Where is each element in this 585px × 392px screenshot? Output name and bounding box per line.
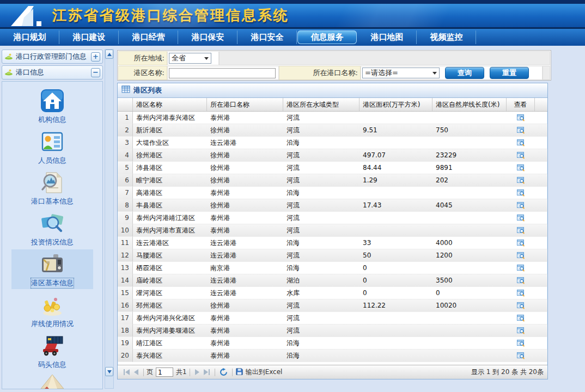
column-header-area-size[interactable]: 港区面积(万平方米)	[359, 98, 432, 111]
view-detail-icon[interactable]	[516, 251, 525, 260]
view-detail-icon[interactable]	[516, 238, 525, 247]
area-name-input[interactable]	[169, 68, 276, 78]
view-detail-icon[interactable]	[516, 113, 525, 122]
record-count-summary: 显示 1 到 20 条 共 20条	[471, 367, 544, 377]
table-row[interactable]: 13 栖霞港区 南京港 沿海 0	[118, 262, 547, 274]
sidebar-group-admin-dept[interactable]: 港口行政管理部门信息 +	[2, 50, 103, 64]
table-row[interactable]: 15 灌河港区 连云港港 水库 0 0	[118, 287, 547, 299]
nav-tab-port-construction[interactable]: 港口建设	[59, 29, 119, 46]
view-detail-icon[interactable]	[516, 138, 525, 147]
column-header-water-type[interactable]: 港区所在水域类型	[283, 98, 359, 111]
sidebar-item-port-basic-info[interactable]: 港口基本信息	[11, 168, 93, 207]
sidebar-group-port-info[interactable]: 港口信息 −	[2, 65, 103, 79]
table-row[interactable]: 2 新沂港区 徐州港 河流 9.51 750	[118, 124, 547, 137]
view-detail-icon[interactable]	[516, 314, 525, 322]
sidebar-item-org-info[interactable]: 机构信息	[11, 86, 93, 126]
table-row[interactable]: 5 沛县港区 徐州港 河流 84.44 9891	[118, 162, 547, 174]
app-header: 江苏省省级港口综合管理信息系统	[0, 4, 585, 27]
export-excel-button[interactable]: 输出到Excel	[235, 367, 283, 377]
view-detail-icon[interactable]	[516, 213, 525, 222]
cell-shoreline-length	[432, 337, 507, 350]
collapse-minus-button[interactable]: −	[91, 68, 100, 77]
view-detail-icon[interactable]	[516, 301, 525, 310]
table-row[interactable]: 8 丰县港区 徐州港 河流 17.43 4045	[118, 199, 547, 212]
page-number-input[interactable]	[156, 367, 173, 377]
view-detail-icon[interactable]	[516, 289, 525, 297]
table-row[interactable]: 20 泰兴港区 泰州港 沿海	[118, 350, 547, 362]
reset-button[interactable]: 重置	[490, 67, 529, 79]
query-button[interactable]: 查询	[445, 67, 484, 79]
cell-area-name: 新沂港区	[133, 124, 207, 137]
view-detail-icon[interactable]	[516, 351, 525, 360]
column-header-port-name[interactable]: 所在港口名称	[207, 98, 283, 111]
cell-area-name: 丰县港区	[133, 199, 207, 212]
cell-shoreline-length	[432, 212, 507, 224]
nav-tab-port-security[interactable]: 港口保安	[178, 29, 237, 46]
table-row[interactable]: 18 泰州内河港姜堰港区 泰州港 河流	[118, 324, 547, 337]
cell-area-size: 0	[359, 287, 432, 299]
next-page-button[interactable]	[194, 369, 200, 375]
nav-tab-port-map[interactable]: 港口地图	[357, 29, 417, 46]
scroll-down-button[interactable]	[105, 367, 113, 376]
view-detail-icon[interactable]	[516, 276, 525, 285]
nav-tab-information-service[interactable]: 信息服务	[297, 30, 357, 44]
column-header-view[interactable]: 查看	[507, 98, 535, 111]
cell-area-size	[359, 312, 432, 324]
table-row[interactable]: 16 邳州港区 徐州港 河流 112.22 10020	[118, 299, 547, 312]
view-detail-icon[interactable]	[516, 176, 525, 185]
table-row[interactable]: 1 泰州内河港泰兴港区 泰州港 河流	[118, 112, 547, 124]
cell-area-size	[359, 337, 432, 350]
sidebar-item-port-area-basic-info[interactable]: 港区基本信息	[11, 249, 93, 289]
table-row[interactable]: 11 连云港港区 连云港港 沿海 33 4000	[118, 237, 547, 249]
nav-tab-video-monitor[interactable]: 视频监控	[417, 29, 476, 46]
cell-port-name: 泰州港	[207, 224, 283, 237]
view-detail-icon[interactable]	[516, 151, 525, 160]
sidebar-item-partial[interactable]	[11, 372, 93, 389]
region-select[interactable]: 全省	[169, 53, 211, 64]
row-number: 7	[118, 187, 133, 199]
nav-tab-port-operation[interactable]: 港口经营	[119, 29, 178, 46]
nav-tab-port-planning[interactable]: 港口规划	[0, 29, 59, 46]
view-detail-icon[interactable]	[516, 264, 525, 272]
row-number: 1	[118, 112, 133, 124]
view-detail-icon[interactable]	[516, 326, 525, 335]
first-page-button[interactable]	[123, 369, 130, 375]
expand-plus-button[interactable]: +	[91, 52, 100, 62]
sidebar-item-investment-info[interactable]: 投资情况信息	[11, 209, 93, 248]
last-page-button[interactable]	[203, 369, 210, 375]
cell-area-name: 灌河港区	[133, 287, 207, 299]
column-header-shoreline-length[interactable]: 港区自然岸线长度(米)	[432, 98, 507, 111]
table-row[interactable]: 17 泰州内河港兴化港区 泰州港 河流	[118, 312, 547, 324]
view-detail-icon[interactable]	[516, 163, 525, 172]
sidebar-item-dock-info[interactable]: 码头信息	[11, 331, 93, 371]
refresh-button[interactable]	[220, 368, 228, 376]
cell-area-size: 497.07	[359, 149, 432, 162]
sidebar-scrollbar[interactable]	[105, 49, 114, 389]
port-name-select[interactable]: =请选择=	[362, 68, 440, 78]
table-row[interactable]: 12 马腰港区 连云港港 河流 50 1200	[118, 249, 547, 262]
table-row[interactable]: 10 泰州内河港市直港区 泰州港 河流	[118, 224, 547, 237]
view-detail-icon[interactable]	[516, 188, 525, 197]
view-detail-icon[interactable]	[516, 126, 525, 134]
sidebar-item-shoreline-usage[interactable]: 岸线使用情况	[11, 290, 93, 330]
table-row[interactable]: 19 靖江港区 泰州港 沿海	[118, 337, 547, 350]
table-row[interactable]: 9 泰州内河港靖江港区 泰州港 河流	[118, 212, 547, 224]
cell-area-size: 50	[359, 249, 432, 262]
view-detail-icon[interactable]	[516, 339, 525, 347]
nav-tab-port-safety[interactable]: 港口安全	[237, 29, 297, 46]
sidebar-group-label: 港口信息	[16, 68, 91, 77]
scroll-up-button[interactable]	[105, 50, 113, 59]
table-row[interactable]: 4 徐州港区 徐州港 河流 497.07 23229	[118, 149, 547, 162]
sidebar-item-personnel-info[interactable]: 人员信息	[11, 127, 93, 167]
table-row[interactable]: 3 大堤作业区 连云港港 沿海	[118, 137, 547, 149]
view-detail-icon[interactable]	[516, 226, 525, 235]
cell-filler	[535, 137, 547, 149]
column-header-area-name[interactable]: 港区名称	[133, 98, 207, 111]
table-row[interactable]: 7 高港港区 泰州港 沿海	[118, 187, 547, 199]
row-number: 2	[118, 124, 133, 137]
prev-page-button[interactable]	[133, 369, 139, 375]
view-detail-icon[interactable]	[516, 201, 525, 210]
table-row[interactable]: 6 睢宁港区 徐州港 河流 1.29 202	[118, 174, 547, 187]
table-row[interactable]: 14 庙岭港区 连云港港 湖泊 0 3500	[118, 274, 547, 287]
main-nav: 港口规划 港口建设 港口经营 港口保安 港口安全 信息服务 港口地图 视频监控	[0, 27, 585, 46]
